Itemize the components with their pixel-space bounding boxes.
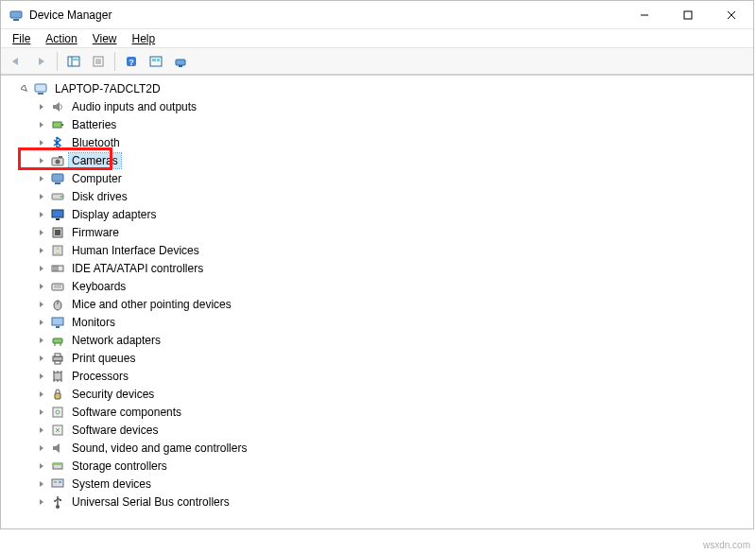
- storage-icon: [50, 459, 65, 474]
- svg-rect-62: [53, 407, 62, 417]
- close-button[interactable]: [710, 1, 753, 29]
- expander-icon[interactable]: [35, 226, 48, 239]
- expander-icon[interactable]: [35, 280, 48, 293]
- tree-category-item[interactable]: Audio inputs and outputs: [1, 97, 753, 115]
- tree-category-item[interactable]: Network adapters: [1, 331, 753, 349]
- menu-file[interactable]: File: [5, 30, 38, 47]
- category-label: IDE ATA/ATAPI controllers: [69, 261, 206, 276]
- tree-category-item[interactable]: Disk drives: [1, 187, 753, 205]
- category-label: Keyboards: [69, 279, 129, 294]
- svg-text:?: ?: [129, 58, 134, 67]
- tree-category-item[interactable]: Human Interface Devices: [1, 241, 753, 259]
- expander-icon[interactable]: [35, 477, 48, 491]
- tree-category-item[interactable]: Print queues: [1, 349, 753, 367]
- properties-button[interactable]: [87, 51, 110, 72]
- tree-category-item[interactable]: IDE ATA/ATAPI controllers: [1, 259, 753, 277]
- tree-category-item[interactable]: Universal Serial Bus controllers: [1, 493, 753, 511]
- expander-icon[interactable]: [35, 388, 48, 401]
- hid-icon: [50, 243, 65, 258]
- svg-rect-66: [53, 463, 62, 465]
- expander-icon[interactable]: [35, 495, 48, 509]
- menu-view[interactable]: View: [85, 30, 125, 47]
- expander-icon[interactable]: [35, 334, 48, 347]
- svg-point-36: [57, 247, 60, 250]
- svg-rect-21: [38, 93, 43, 95]
- scan-hardware-button[interactable]: [145, 51, 167, 72]
- category-label: Security devices: [69, 387, 157, 402]
- svg-rect-67: [52, 479, 63, 487]
- expander-icon[interactable]: [35, 100, 48, 113]
- battery-icon: [50, 117, 65, 132]
- toolbar: ?: [1, 48, 753, 75]
- tree-category-item[interactable]: Processors: [1, 367, 753, 385]
- tree-category-item[interactable]: Bluetooth: [1, 133, 753, 151]
- toolbar-separator: [114, 52, 115, 71]
- expander-icon[interactable]: [35, 424, 48, 437]
- update-driver-button[interactable]: [169, 51, 192, 72]
- tree-category-item[interactable]: Cameras: [1, 151, 753, 169]
- tree-category-item[interactable]: Software devices: [1, 421, 753, 439]
- expander-icon[interactable]: [35, 190, 48, 203]
- category-label: Bluetooth: [69, 135, 123, 150]
- expander-icon[interactable]: [35, 316, 48, 329]
- minimize-button[interactable]: [623, 1, 666, 29]
- expander-icon[interactable]: [18, 82, 31, 95]
- category-label: Cameras: [69, 153, 121, 168]
- tree-category-item[interactable]: System devices: [1, 475, 753, 493]
- tree-category-item[interactable]: Firmware: [1, 223, 753, 241]
- category-label: Human Interface Devices: [69, 243, 202, 258]
- tree-category-item[interactable]: Keyboards: [1, 277, 753, 295]
- tree-category-item[interactable]: Batteries: [1, 115, 753, 133]
- svg-rect-34: [55, 230, 60, 235]
- expander-icon[interactable]: [35, 208, 48, 221]
- tree-category-item[interactable]: Software components: [1, 403, 753, 421]
- menu-action[interactable]: Action: [38, 30, 84, 47]
- tree-category-item[interactable]: Display adapters: [1, 205, 753, 223]
- expander-icon[interactable]: [35, 441, 48, 455]
- tree-category-item[interactable]: Security devices: [1, 385, 753, 403]
- camera-icon: [50, 153, 65, 168]
- svg-rect-3: [684, 11, 692, 19]
- window-title: Device Manager: [29, 9, 112, 22]
- menu-help[interactable]: Help: [125, 30, 163, 47]
- expander-icon[interactable]: [35, 118, 48, 131]
- expander-icon[interactable]: [35, 459, 48, 473]
- expander-icon[interactable]: [35, 154, 48, 167]
- back-button[interactable]: [5, 51, 27, 72]
- tree-category-item[interactable]: Monitors: [1, 313, 753, 331]
- svg-rect-20: [35, 84, 46, 92]
- expander-icon[interactable]: [35, 370, 48, 383]
- cpu-icon: [50, 369, 65, 384]
- computer-icon: [33, 81, 48, 96]
- category-label: Storage controllers: [69, 459, 170, 474]
- svg-rect-23: [61, 124, 63, 126]
- ide-icon: [50, 261, 65, 276]
- tree-category-item[interactable]: Storage controllers: [1, 457, 753, 475]
- tree-category-item[interactable]: Sound, video and game controllers: [1, 439, 753, 457]
- help-button[interactable]: ?: [120, 51, 143, 72]
- category-label: Disk drives: [69, 189, 130, 204]
- menubar: File Action View Help: [1, 29, 753, 48]
- category-label: Audio inputs and outputs: [69, 99, 199, 114]
- category-label: Universal Serial Bus controllers: [69, 494, 232, 510]
- svg-rect-51: [53, 356, 62, 361]
- expander-icon[interactable]: [35, 244, 48, 257]
- forward-button[interactable]: [29, 51, 52, 72]
- tree-category-item[interactable]: Mice and other pointing devices: [1, 295, 753, 313]
- expander-icon[interactable]: [35, 352, 48, 365]
- computer-icon: [50, 171, 65, 186]
- tree-root-computer[interactable]: LAPTOP-7ADCLT2D: [1, 79, 753, 97]
- expander-icon[interactable]: [35, 136, 48, 149]
- maximize-button[interactable]: [666, 1, 710, 29]
- titlebar: Device Manager: [1, 1, 753, 29]
- tree-category-item[interactable]: Computer: [1, 169, 753, 187]
- category-label: Batteries: [69, 117, 119, 132]
- device-tree[interactable]: LAPTOP-7ADCLT2D Audio inputs and outputs…: [1, 75, 753, 528]
- expander-icon[interactable]: [35, 172, 48, 185]
- svg-rect-22: [53, 122, 61, 128]
- svg-rect-18: [176, 60, 185, 65]
- expander-icon[interactable]: [35, 406, 48, 419]
- show-hide-console-tree-button[interactable]: [62, 51, 85, 72]
- expander-icon[interactable]: [35, 298, 48, 311]
- expander-icon[interactable]: [35, 262, 48, 275]
